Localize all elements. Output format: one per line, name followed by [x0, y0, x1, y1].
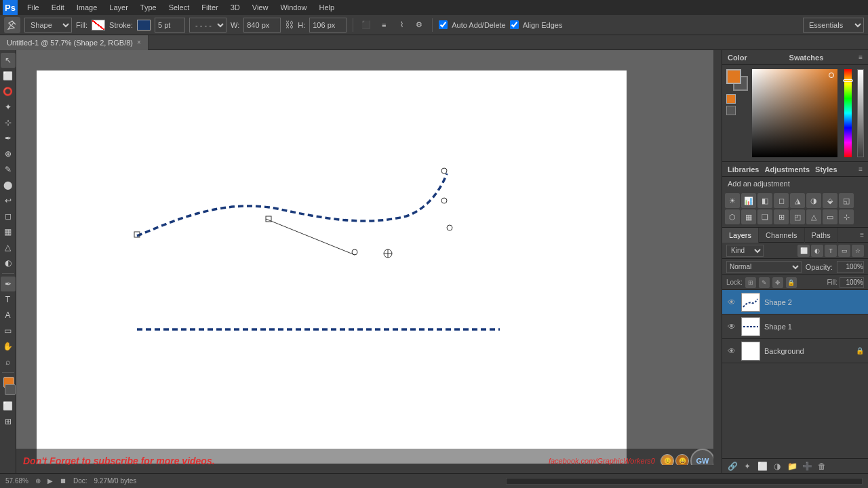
fg-bg-swatches[interactable] [726, 69, 748, 115]
styles-tab[interactable]: Styles [815, 165, 837, 174]
color-gradient[interactable] [752, 69, 837, 157]
menu-window[interactable]: Window [275, 2, 312, 13]
lock-all-icon[interactable]: 🔒 [786, 277, 797, 288]
filter-smart-icon[interactable]: ☆ [852, 245, 864, 257]
layer-item-shape1[interactable]: 👁 Shape 1 [722, 314, 868, 339]
adjustments-tab[interactable]: Adjustments [764, 165, 810, 174]
tab-close-button[interactable]: × [137, 39, 141, 46]
adj-curves-icon[interactable]: ◧ [757, 193, 772, 208]
menu-file[interactable]: File [22, 2, 45, 13]
tool-zoom[interactable]: ⌕ [1, 354, 16, 369]
filter-pixel-icon[interactable]: ⬜ [797, 245, 810, 257]
add-style-btn[interactable]: ✦ [741, 460, 753, 472]
path-arrangement-icon[interactable]: ⬛ [359, 18, 373, 32]
filter-adjustment-icon[interactable]: ◐ [811, 245, 823, 257]
stroke-color-box[interactable] [137, 20, 151, 30]
stroke-dash-select[interactable]: - - - - ——— [189, 18, 226, 33]
statusbar-scrollbar[interactable] [506, 478, 863, 485]
adj-colorbalance-icon[interactable]: ⬙ [823, 193, 837, 208]
width-input[interactable] [243, 18, 281, 33]
media-control[interactable]: ⏹ [60, 477, 66, 485]
tool-type[interactable]: T [1, 292, 16, 307]
lock-paint-icon[interactable]: ✎ [759, 277, 770, 288]
stroke-size-input[interactable] [155, 18, 185, 33]
lock-transparent-icon[interactable]: ⊞ [745, 277, 756, 288]
tab-channels[interactable]: Channels [759, 228, 804, 243]
tool-brush[interactable]: ✎ [1, 162, 16, 177]
playback-btn[interactable]: ▶ [47, 477, 53, 485]
adj-levels-icon[interactable]: 📊 [741, 193, 756, 208]
menu-layer[interactable]: Layer [104, 2, 134, 13]
link-layers-btn[interactable]: 🔗 [726, 460, 738, 472]
tool-quick-select[interactable]: ✦ [1, 100, 16, 115]
path-align-icons[interactable]: ≡ [377, 18, 391, 32]
adj-posterize-icon[interactable]: ◰ [790, 209, 805, 224]
screen-mode[interactable]: ⊞ [1, 414, 16, 429]
lock-move-icon[interactable]: ✥ [772, 277, 783, 288]
fill-color-box[interactable] [92, 20, 105, 30]
adj-bw-icon[interactable]: ◱ [839, 193, 854, 208]
workspace-select[interactable]: Essentials [803, 18, 864, 33]
scrollbar-horizontal[interactable] [16, 465, 722, 473]
align-edges-checkbox[interactable] [510, 20, 519, 29]
fill-input[interactable] [840, 277, 864, 288]
tool-lasso[interactable]: ⭕ [1, 84, 16, 99]
adj-channelmixer-icon[interactable]: ▦ [741, 209, 756, 224]
tool-blur[interactable]: △ [1, 240, 16, 255]
blend-mode-select[interactable]: Normal [726, 261, 802, 273]
adj-hsl-icon[interactable]: ◑ [806, 193, 821, 208]
tool-mode-select[interactable]: Shape Path Pixels [24, 18, 72, 33]
layer-visibility-shape2[interactable]: 👁 [726, 297, 737, 308]
new-group-btn[interactable]: 📁 [786, 460, 798, 472]
tool-dodge[interactable]: ◐ [1, 256, 16, 270]
canvas[interactable] [37, 70, 627, 464]
tool-hand[interactable]: ✋ [1, 339, 16, 354]
adj-photofilter-icon[interactable]: ⬡ [725, 209, 740, 224]
tab-paths[interactable]: Paths [805, 228, 838, 243]
auto-add-delete-checkbox[interactable] [439, 20, 448, 29]
tool-eyedropper[interactable]: ✒ [1, 131, 16, 146]
adj-colorlookup-icon[interactable]: ❏ [757, 209, 772, 224]
menu-edit[interactable]: Edit [46, 2, 70, 13]
tool-heal[interactable]: ⊕ [1, 146, 16, 161]
menu-filter[interactable]: Filter [196, 2, 223, 13]
color-panel-options[interactable]: ≡ [859, 54, 863, 61]
layer-item-shape2[interactable]: 👁 Shape 2 [722, 290, 868, 314]
adj-exposure-icon[interactable]: ◻ [774, 193, 789, 208]
menu-help[interactable]: Help [314, 2, 340, 13]
menu-image[interactable]: Image [71, 2, 103, 13]
zoom-preview-btn[interactable]: ⊕ [35, 477, 41, 485]
layers-panel-options[interactable]: ≡ [856, 228, 868, 242]
layer-visibility-shape1[interactable]: 👁 [726, 321, 737, 332]
tool-shape[interactable]: ▭ [1, 323, 16, 338]
adj-invert-icon[interactable]: ⊞ [774, 209, 789, 224]
adj-threshold-icon[interactable]: △ [806, 209, 821, 224]
new-adj-btn[interactable]: ◑ [771, 460, 783, 472]
tool-pen[interactable]: ✒ [1, 277, 16, 291]
document-tab[interactable]: Untitled-1 @ 57.7% (Shape 2, RGB/8) × [0, 35, 149, 50]
scrollbar-vertical[interactable] [713, 50, 722, 465]
adj-gradient-map-icon[interactable]: ▭ [823, 209, 837, 224]
layer-item-background[interactable]: 👁 Background 🔒 [722, 339, 868, 363]
layer-visibility-background[interactable]: 👁 [726, 346, 737, 357]
tool-marquee[interactable]: ⬜ [1, 68, 16, 83]
filter-type-icon[interactable]: T [825, 245, 837, 257]
tool-move[interactable]: ↖ [1, 53, 16, 68]
menu-select[interactable]: Select [163, 2, 195, 13]
tool-path-select[interactable]: A [1, 308, 16, 323]
swatches-panel-title[interactable]: Swatches [789, 54, 824, 62]
menu-view[interactable]: View [247, 2, 274, 13]
quick-mask-toggle[interactable]: ⬜ [1, 399, 16, 413]
gear-icon[interactable]: ⚙ [412, 18, 426, 32]
opacity-input[interactable] [837, 261, 864, 273]
background-color[interactable] [5, 384, 16, 395]
height-input[interactable] [309, 18, 347, 33]
adj-selective-color-icon[interactable]: ⊹ [839, 209, 854, 224]
color-alpha[interactable] [857, 69, 864, 157]
adj-panel-options[interactable]: ≡ [859, 165, 863, 173]
delete-layer-btn[interactable]: 🗑 [816, 460, 828, 472]
layer-kind-select[interactable]: Kind [726, 245, 764, 257]
warp-icon[interactable]: ⌇ [395, 18, 408, 32]
adj-vibrance-icon[interactable]: ◮ [790, 193, 805, 208]
menu-3d[interactable]: 3D [225, 2, 245, 13]
